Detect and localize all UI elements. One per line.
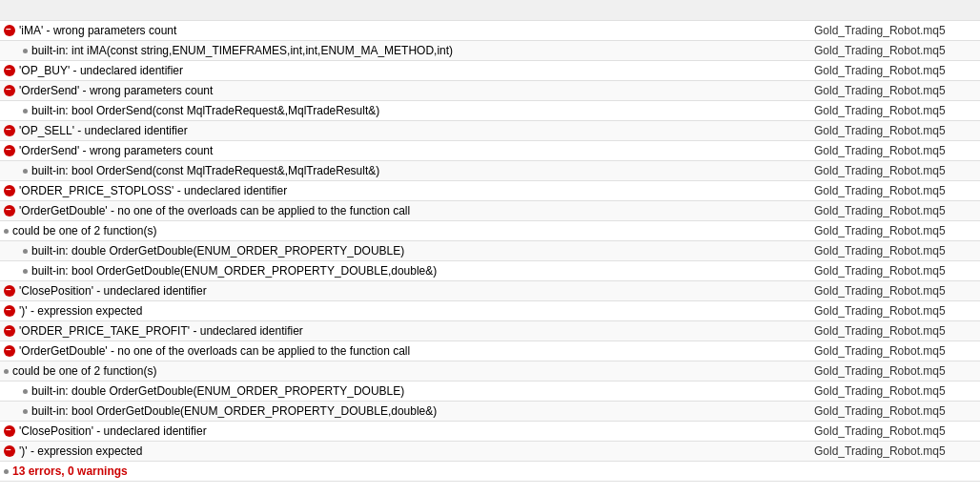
row-message: built-in: double OrderGetDouble(ENUM_ORD… [0, 240, 810, 260]
row-message: built-in: double OrderGetDouble(ENUM_ORD… [0, 381, 810, 401]
table-row: 'OP_BUY' - undeclared identifierGold_Tra… [0, 60, 980, 80]
row-message: 'OrderGetDouble' - no one of the overloa… [0, 200, 810, 220]
row-file: Gold_Trading_Robot.mq5 [810, 260, 980, 280]
row-message-text: 'OP_SELL' - undeclared identifier [19, 124, 188, 137]
row-message: built-in: bool OrderSend(const MqlTradeR… [0, 160, 810, 180]
row-message-text: 'OrderGetDouble' - no one of the overloa… [19, 204, 410, 217]
table-row: could be one of 2 function(s)Gold_Tradin… [0, 361, 980, 381]
row-message-text: 'ClosePosition' - undeclared identifier [19, 424, 207, 438]
table-row: 'ClosePosition' - undeclared identifierG… [0, 280, 980, 300]
errors-table: 'iMA' - wrong parameters countGold_Tradi… [0, 0, 980, 482]
header-title [0, 0, 810, 20]
row-message-text: 'ORDER_PRICE_TAKE_PROFIT' - undeclared i… [19, 324, 303, 338]
row-message: ')' - expression expected [0, 300, 810, 320]
summary-file [810, 461, 980, 481]
error-icon [4, 25, 15, 36]
row-message: could be one of 2 function(s) [0, 220, 810, 240]
row-message: built-in: int iMA(const string,ENUM_TIME… [0, 40, 810, 60]
error-icon [4, 345, 15, 357]
row-message-text: 'OrderSend' - wrong parameters count [19, 144, 213, 157]
info-dot-icon [23, 269, 28, 274]
row-message: 'ClosePosition' - undeclared identifier [0, 280, 810, 300]
table-row: built-in: bool OrderGetDouble(ENUM_ORDER… [0, 260, 980, 280]
row-message-text: 'OrderSend' - wrong parameters count [19, 84, 213, 97]
row-message: 'ClosePosition' - undeclared identifier [0, 421, 810, 441]
error-icon [4, 85, 15, 96]
row-message-text: built-in: int iMA(const string,ENUM_TIME… [31, 44, 453, 57]
table-row: ')' - expression expectedGold_Trading_Ro… [0, 300, 980, 320]
row-message: built-in: bool OrderSend(const MqlTradeR… [0, 100, 810, 120]
row-file: Gold_Trading_Robot.mq5 [810, 240, 980, 260]
table-row: 'ClosePosition' - undeclared identifierG… [0, 421, 980, 441]
row-file: Gold_Trading_Robot.mq5 [810, 300, 980, 320]
info-dot-icon [4, 369, 9, 374]
table-row: 'OrderGetDouble' - no one of the overloa… [0, 200, 980, 220]
row-message-text: 'ClosePosition' - undeclared identifier [19, 284, 207, 298]
info-dot-icon [4, 229, 9, 234]
summary-dot-icon [4, 469, 9, 474]
table-row: could be one of 2 function(s)Gold_Tradin… [0, 220, 980, 240]
table-row: 'ORDER_PRICE_STOPLOSS' - undeclared iden… [0, 180, 980, 200]
row-file: Gold_Trading_Robot.mq5 [810, 401, 980, 421]
table-row: 'OrderGetDouble' - no one of the overloa… [0, 340, 980, 361]
error-icon [4, 65, 15, 76]
row-message-text: built-in: double OrderGetDouble(ENUM_ORD… [31, 384, 404, 398]
table-row: built-in: bool OrderSend(const MqlTradeR… [0, 160, 980, 180]
row-file: Gold_Trading_Robot.mq5 [810, 361, 980, 381]
header-row [0, 0, 980, 20]
info-dot-icon [23, 169, 28, 174]
row-message: 'OrderSend' - wrong parameters count [0, 140, 810, 160]
row-message-text: built-in: bool OrderSend(const MqlTradeR… [31, 164, 379, 177]
table-row: built-in: int iMA(const string,ENUM_TIME… [0, 40, 980, 60]
table-row: ')' - expression expectedGold_Trading_Ro… [0, 441, 980, 461]
row-file: Gold_Trading_Robot.mq5 [810, 160, 980, 180]
info-dot-icon [23, 249, 28, 254]
row-message-text: built-in: bool OrderGetDouble(ENUM_ORDER… [31, 404, 437, 418]
row-message-text: built-in: bool OrderSend(const MqlTradeR… [31, 104, 379, 117]
row-message-text: 'OrderGetDouble' - no one of the overloa… [19, 344, 410, 358]
table-row: 'OrderSend' - wrong parameters countGold… [0, 80, 980, 100]
row-message-text: ')' - expression expected [19, 304, 142, 318]
row-file: Gold_Trading_Robot.mq5 [810, 40, 980, 60]
error-icon [4, 145, 15, 156]
summary-row: 13 errors, 0 warnings [0, 461, 980, 481]
row-message: built-in: bool OrderGetDouble(ENUM_ORDER… [0, 260, 810, 280]
table-row: built-in: bool OrderGetDouble(ENUM_ORDER… [0, 401, 980, 421]
row-message-text: 'ORDER_PRICE_STOPLOSS' - undeclared iden… [19, 184, 287, 197]
info-dot-icon [23, 49, 28, 53]
row-file: Gold_Trading_Robot.mq5 [810, 180, 980, 200]
row-message: 'OrderGetDouble' - no one of the overloa… [0, 340, 810, 361]
row-message-text: 'OP_BUY' - undeclared identifier [19, 64, 183, 77]
summary-text: 13 errors, 0 warnings [12, 464, 128, 478]
row-file: Gold_Trading_Robot.mq5 [810, 421, 980, 441]
info-dot-icon [23, 409, 28, 414]
row-message: 'OP_BUY' - undeclared identifier [0, 60, 810, 80]
row-message-text: built-in: bool OrderGetDouble(ENUM_ORDER… [31, 264, 437, 278]
row-file: Gold_Trading_Robot.mq5 [810, 320, 980, 340]
row-file: Gold_Trading_Robot.mq5 [810, 60, 980, 80]
error-icon [4, 325, 15, 337]
info-dot-icon [23, 389, 28, 394]
row-file: Gold_Trading_Robot.mq5 [810, 140, 980, 160]
header-file-col [810, 0, 980, 20]
row-message: 'OrderSend' - wrong parameters count [0, 80, 810, 100]
table-row: 'iMA' - wrong parameters countGold_Tradi… [0, 20, 980, 40]
row-message: could be one of 2 function(s) [0, 361, 810, 381]
error-icon [4, 425, 15, 437]
info-dot-icon [23, 109, 28, 113]
row-message: built-in: bool OrderGetDouble(ENUM_ORDER… [0, 401, 810, 421]
row-message: 'ORDER_PRICE_STOPLOSS' - undeclared iden… [0, 180, 810, 200]
row-message: 'ORDER_PRICE_TAKE_PROFIT' - undeclared i… [0, 320, 810, 340]
error-icon [4, 445, 15, 457]
table-row: built-in: double OrderGetDouble(ENUM_ORD… [0, 240, 980, 260]
table-row: built-in: bool OrderSend(const MqlTradeR… [0, 100, 980, 120]
row-file: Gold_Trading_Robot.mq5 [810, 80, 980, 100]
row-file: Gold_Trading_Robot.mq5 [810, 280, 980, 300]
row-message-text: could be one of 2 function(s) [12, 224, 156, 237]
error-icon [4, 285, 15, 297]
row-message-text: ')' - expression expected [19, 444, 142, 458]
table-row: built-in: double OrderGetDouble(ENUM_ORD… [0, 381, 980, 401]
error-icon [4, 125, 15, 136]
row-file: Gold_Trading_Robot.mq5 [810, 200, 980, 220]
row-file: Gold_Trading_Robot.mq5 [810, 220, 980, 240]
